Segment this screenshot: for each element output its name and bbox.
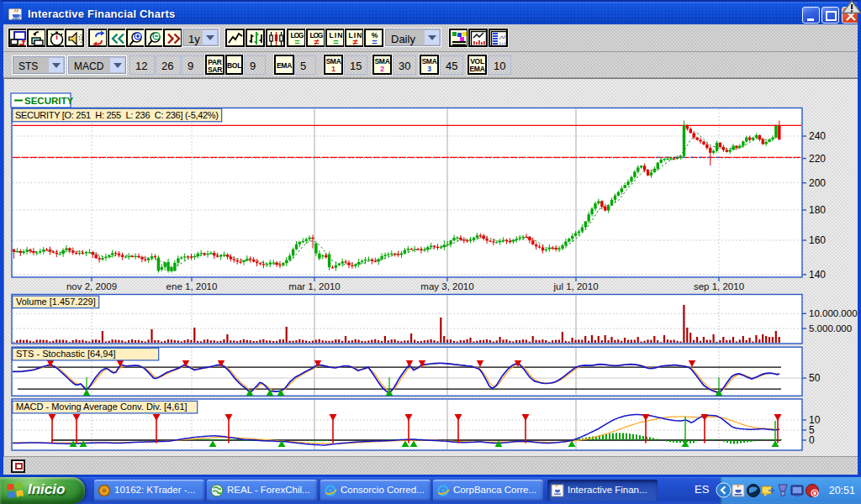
svg-text:SECURITY [O: 251 H: 255 L: 2: SECURITY [O: 251 H: 255 L: 236 C: 236] (… [15, 110, 219, 120]
svg-text:=: = [372, 37, 377, 47]
svg-text:140: 140 [809, 269, 826, 281]
svg-text:sep 1, 2010: sep 1, 2010 [694, 281, 744, 291]
svg-text:≠: ≠ [352, 37, 357, 47]
svg-text:0: 0 [809, 434, 815, 446]
svg-text:180: 180 [809, 204, 826, 216]
svg-text:SECURITY: SECURITY [24, 96, 73, 106]
svg-text:50: 50 [809, 372, 821, 384]
svg-text:=: = [294, 37, 299, 47]
svg-text:10.000.000: 10.000.000 [809, 308, 858, 318]
svg-text:=: = [333, 37, 338, 47]
svg-text:nov 2, 2009: nov 2, 2009 [66, 281, 117, 291]
svg-text:200: 200 [809, 177, 826, 189]
svg-text:mar 1, 2010: mar 1, 2010 [288, 281, 340, 291]
svg-text:Volume [1.457.229]: Volume [1.457.229] [16, 297, 96, 307]
svg-text:5.000.000: 5.000.000 [809, 323, 852, 333]
svg-text:160: 160 [809, 234, 826, 246]
svg-text:STS - Stochastic [64,94]: STS - Stochastic [64,94] [16, 349, 116, 359]
svg-text:MACD - Moving Average Conv. Di: MACD - Moving Average Conv. Div. [4,61] [16, 402, 188, 412]
svg-text:may 3, 2010: may 3, 2010 [420, 281, 473, 291]
svg-text:240: 240 [809, 130, 826, 142]
svg-text:≠: ≠ [314, 37, 319, 47]
svg-text:ene 1, 2010: ene 1, 2010 [166, 281, 218, 291]
svg-text:jul 1, 2010: jul 1, 2010 [552, 281, 598, 291]
svg-text:220: 220 [809, 153, 826, 165]
